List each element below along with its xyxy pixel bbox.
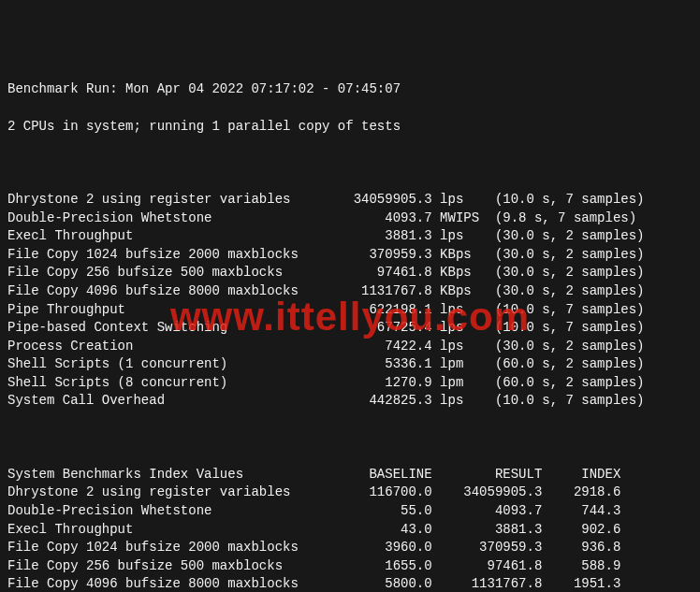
perf-row: Shell Scripts (8 concurrent) 1270.9 lpm …	[7, 374, 693, 393]
index-row: Dhrystone 2 using register variables 116…	[7, 484, 693, 502]
perf-row: Pipe Throughput 622198.1 lps (10.0 s, 7 …	[7, 301, 693, 320]
perf-row: File Copy 256 bufsize 500 maxblocks 9746…	[7, 264, 693, 282]
perf-row: File Copy 4096 bufsize 8000 maxblocks 11…	[7, 282, 693, 301]
perf-row: System Call Overhead 442825.3 lps (10.0 …	[7, 392, 693, 411]
index-row: File Copy 1024 bufsize 2000 maxblocks 39…	[7, 539, 693, 557]
index-row: File Copy 256 bufsize 500 maxblocks 1655…	[7, 557, 693, 576]
index-row: Double-Precision Whetstone 55.0 4093.7 7…	[7, 502, 693, 521]
perf-row: Process Creation 7422.4 lps (30.0 s, 2 s…	[7, 338, 693, 356]
perf-row: Dhrystone 2 using register variables 340…	[7, 191, 693, 209]
index-row: Execl Throughput 43.0 3881.3 902.6	[7, 521, 693, 540]
blank	[7, 429, 693, 448]
index-header-row: System Benchmarks Index Values BASELINE …	[7, 466, 693, 484]
perf-row: Execl Throughput 3881.3 lps (30.0 s, 2 s…	[7, 227, 693, 246]
perf-row: Shell Scripts (1 concurrent) 5336.1 lpm …	[7, 355, 693, 374]
cpu-info-line: 2 CPUs in system; running 1 parallel cop…	[7, 118, 693, 137]
perf-row: Double-Precision Whetstone 4093.7 MWIPS …	[7, 209, 693, 228]
performance-results: Dhrystone 2 using register variables 340…	[7, 191, 693, 411]
blank	[7, 154, 693, 173]
index-row: File Copy 4096 bufsize 8000 maxblocks 58…	[7, 575, 693, 592]
index-results: System Benchmarks Index Values BASELINE …	[7, 466, 693, 592]
perf-row: File Copy 1024 bufsize 2000 maxblocks 37…	[7, 246, 693, 265]
benchmark-run-line: Benchmark Run: Mon Apr 04 2022 07:17:02 …	[7, 80, 693, 99]
perf-row: Pipe-based Context Switching 67725.4 lps…	[7, 319, 693, 338]
